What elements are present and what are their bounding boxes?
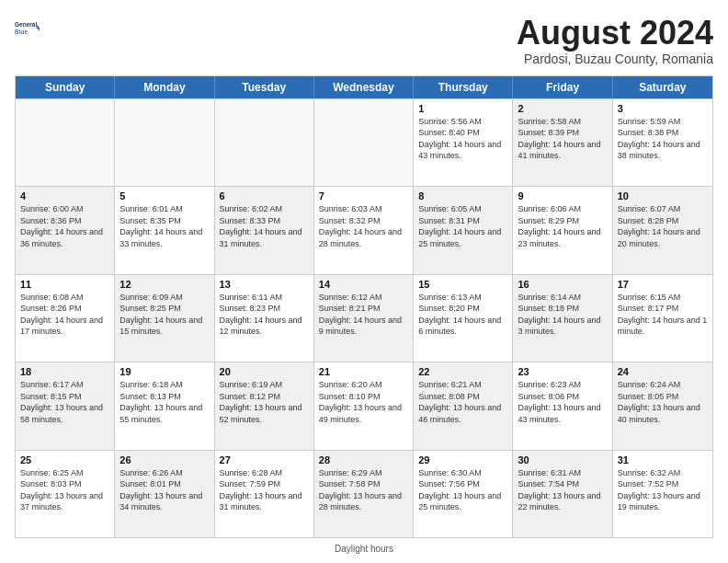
day-number: 1 [418, 103, 507, 114]
day-info: Sunrise: 6:07 AM Sunset: 8:28 PM Dayligh… [618, 203, 708, 249]
day-info: Sunrise: 6:17 AM Sunset: 8:15 PM Dayligh… [20, 379, 109, 425]
header-day-tuesday: Tuesday [215, 76, 314, 98]
day-info: Sunrise: 6:02 AM Sunset: 8:33 PM Dayligh… [220, 203, 309, 249]
day-number: 31 [618, 454, 708, 465]
table-row: 18Sunrise: 6:17 AM Sunset: 8:15 PM Dayli… [16, 362, 115, 449]
table-row: 1Sunrise: 5:56 AM Sunset: 8:40 PM Daylig… [414, 99, 513, 186]
day-number: 3 [618, 103, 708, 114]
week-row-4: 18Sunrise: 6:17 AM Sunset: 8:15 PM Dayli… [16, 362, 712, 449]
table-row: 26Sunrise: 6:26 AM Sunset: 8:01 PM Dayli… [115, 451, 214, 537]
table-row: 5Sunrise: 6:01 AM Sunset: 8:35 PM Daylig… [115, 187, 214, 273]
day-info: Sunrise: 6:03 AM Sunset: 8:32 PM Dayligh… [319, 203, 408, 249]
day-info: Sunrise: 5:59 AM Sunset: 8:38 PM Dayligh… [618, 116, 708, 162]
day-number: 19 [119, 366, 209, 377]
calendar-header: SundayMondayTuesdayWednesdayThursdayFrid… [16, 76, 712, 98]
table-row: 25Sunrise: 6:25 AM Sunset: 8:03 PM Dayli… [16, 451, 115, 537]
day-number: 20 [220, 366, 309, 377]
day-number: 2 [518, 103, 607, 114]
day-info: Sunrise: 6:23 AM Sunset: 8:06 PM Dayligh… [518, 379, 607, 425]
header-day-friday: Friday [513, 76, 612, 98]
table-row: 24Sunrise: 6:24 AM Sunset: 8:05 PM Dayli… [613, 362, 712, 449]
calendar: SundayMondayTuesdayWednesdayThursdayFrid… [15, 75, 713, 538]
day-info: Sunrise: 6:19 AM Sunset: 8:12 PM Dayligh… [220, 379, 309, 425]
day-info: Sunrise: 6:26 AM Sunset: 8:01 PM Dayligh… [119, 467, 209, 513]
svg-text:Blue: Blue [15, 29, 28, 35]
day-info: Sunrise: 6:29 AM Sunset: 7:58 PM Dayligh… [319, 467, 408, 513]
day-number: 6 [220, 190, 309, 201]
week-row-2: 4Sunrise: 6:00 AM Sunset: 8:36 PM Daylig… [16, 186, 712, 273]
header: GeneralBlue August 2024 Pardosi, Buzau C… [15, 15, 713, 66]
table-row: 29Sunrise: 6:30 AM Sunset: 7:56 PM Dayli… [414, 451, 513, 537]
page: GeneralBlue August 2024 Pardosi, Buzau C… [0, 0, 728, 563]
week-row-1: 1Sunrise: 5:56 AM Sunset: 8:40 PM Daylig… [16, 98, 712, 186]
day-info: Sunrise: 6:30 AM Sunset: 7:56 PM Dayligh… [418, 467, 507, 513]
footer: Daylight hours [15, 544, 713, 554]
table-row [215, 99, 314, 186]
day-number: 26 [119, 454, 209, 465]
logo-icon: GeneralBlue [15, 15, 40, 40]
day-info: Sunrise: 6:11 AM Sunset: 8:23 PM Dayligh… [220, 292, 309, 338]
day-info: Sunrise: 6:01 AM Sunset: 8:35 PM Dayligh… [119, 203, 209, 249]
day-number: 12 [119, 279, 209, 290]
table-row: 4Sunrise: 6:00 AM Sunset: 8:36 PM Daylig… [16, 187, 115, 273]
day-info: Sunrise: 6:28 AM Sunset: 7:59 PM Dayligh… [220, 467, 309, 513]
location-subtitle: Pardosi, Buzau County, Romania [517, 52, 713, 66]
logo: GeneralBlue [15, 15, 40, 40]
table-row: 12Sunrise: 6:09 AM Sunset: 8:25 PM Dayli… [115, 275, 214, 362]
table-row: 8Sunrise: 6:05 AM Sunset: 8:31 PM Daylig… [414, 187, 513, 273]
day-info: Sunrise: 6:20 AM Sunset: 8:10 PM Dayligh… [319, 379, 408, 425]
table-row: 3Sunrise: 5:59 AM Sunset: 8:38 PM Daylig… [613, 99, 712, 186]
day-info: Sunrise: 6:09 AM Sunset: 8:25 PM Dayligh… [119, 292, 209, 338]
table-row: 13Sunrise: 6:11 AM Sunset: 8:23 PM Dayli… [215, 275, 314, 362]
table-row: 9Sunrise: 6:06 AM Sunset: 8:29 PM Daylig… [513, 187, 612, 273]
week-row-3: 11Sunrise: 6:08 AM Sunset: 8:26 PM Dayli… [16, 274, 712, 362]
day-number: 22 [418, 366, 507, 377]
table-row: 22Sunrise: 6:21 AM Sunset: 8:08 PM Dayli… [414, 362, 513, 449]
day-info: Sunrise: 6:12 AM Sunset: 8:21 PM Dayligh… [319, 292, 408, 338]
svg-text:General: General [15, 21, 37, 28]
day-number: 27 [220, 454, 309, 465]
table-row: 6Sunrise: 6:02 AM Sunset: 8:33 PM Daylig… [215, 187, 314, 273]
day-info: Sunrise: 5:56 AM Sunset: 8:40 PM Dayligh… [418, 116, 507, 162]
day-info: Sunrise: 6:06 AM Sunset: 8:29 PM Dayligh… [518, 203, 607, 249]
day-info: Sunrise: 6:21 AM Sunset: 8:08 PM Dayligh… [418, 379, 507, 425]
day-number: 10 [618, 190, 708, 201]
day-number: 25 [20, 454, 109, 465]
day-number: 24 [618, 366, 708, 377]
day-number: 7 [319, 190, 408, 201]
table-row [314, 99, 414, 186]
table-row: 11Sunrise: 6:08 AM Sunset: 8:26 PM Dayli… [16, 275, 115, 362]
table-row: 31Sunrise: 6:32 AM Sunset: 7:52 PM Dayli… [613, 451, 712, 537]
table-row: 15Sunrise: 6:13 AM Sunset: 8:20 PM Dayli… [414, 275, 513, 362]
day-info: Sunrise: 6:05 AM Sunset: 8:31 PM Dayligh… [418, 203, 507, 249]
header-day-monday: Monday [115, 76, 214, 98]
day-number: 18 [20, 366, 109, 377]
day-info: Sunrise: 6:08 AM Sunset: 8:26 PM Dayligh… [20, 292, 109, 338]
day-number: 5 [119, 190, 209, 201]
header-day-wednesday: Wednesday [314, 76, 414, 98]
day-number: 17 [618, 279, 708, 290]
day-info: Sunrise: 6:15 AM Sunset: 8:17 PM Dayligh… [618, 292, 708, 338]
day-number: 29 [418, 454, 507, 465]
day-info: Sunrise: 6:18 AM Sunset: 8:13 PM Dayligh… [119, 379, 209, 425]
svg-marker-2 [36, 24, 40, 30]
day-number: 11 [20, 279, 109, 290]
title-block: August 2024 Pardosi, Buzau County, Roman… [517, 15, 713, 66]
table-row: 16Sunrise: 6:14 AM Sunset: 8:18 PM Dayli… [513, 275, 612, 362]
table-row: 10Sunrise: 6:07 AM Sunset: 8:28 PM Dayli… [613, 187, 712, 273]
day-number: 28 [319, 454, 408, 465]
table-row: 17Sunrise: 6:15 AM Sunset: 8:17 PM Dayli… [613, 275, 712, 362]
day-info: Sunrise: 6:32 AM Sunset: 7:52 PM Dayligh… [618, 467, 708, 513]
table-row: 30Sunrise: 6:31 AM Sunset: 7:54 PM Dayli… [513, 451, 612, 537]
header-day-thursday: Thursday [414, 76, 513, 98]
table-row: 23Sunrise: 6:23 AM Sunset: 8:06 PM Dayli… [513, 362, 612, 449]
day-number: 4 [20, 190, 109, 201]
day-info: Sunrise: 5:58 AM Sunset: 8:39 PM Dayligh… [518, 116, 607, 162]
month-title: August 2024 [517, 15, 713, 52]
day-number: 16 [518, 279, 607, 290]
table-row: 14Sunrise: 6:12 AM Sunset: 8:21 PM Dayli… [314, 275, 414, 362]
day-number: 15 [418, 279, 507, 290]
day-number: 14 [319, 279, 408, 290]
day-number: 9 [518, 190, 607, 201]
day-info: Sunrise: 6:25 AM Sunset: 8:03 PM Dayligh… [20, 467, 109, 513]
